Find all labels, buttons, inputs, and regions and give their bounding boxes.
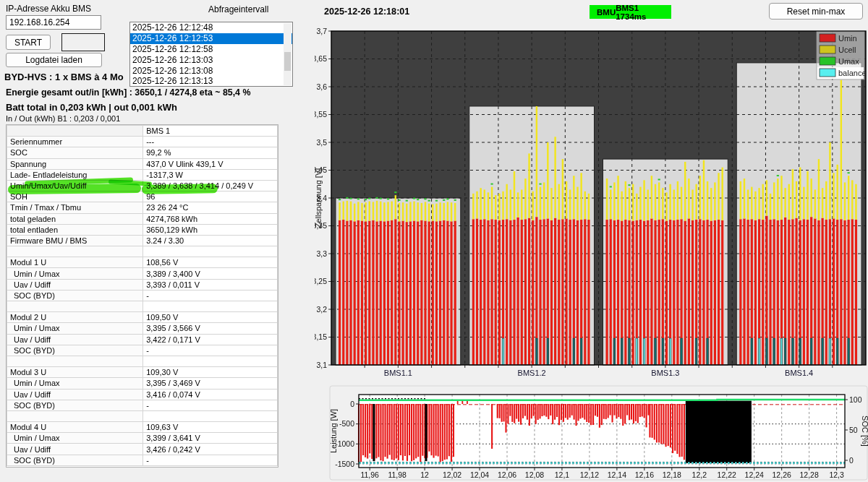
table-row: Uav / Udiff3,393 / 0,011 V — [7, 279, 278, 290]
svg-text:3,5: 3,5 — [316, 138, 327, 147]
bms-data-table: BMS 1Seriennummer---SOC99,2 %Spannung437… — [6, 124, 278, 468]
svg-text:12,24: 12,24 — [745, 470, 764, 479]
reset-minmax-button[interactable]: Reset min-max — [769, 3, 863, 20]
load-logfile-button[interactable]: Logdatei laden — [6, 53, 102, 67]
table-header-row: BMS 1 — [7, 126, 278, 137]
bms-monitor-app: { "left_panel": { "ip_label": "IP-Adress… — [0, 0, 868, 482]
table-row — [7, 356, 278, 366]
svg-text:BMS1.3: BMS1.3 — [651, 369, 679, 377]
svg-text:12,02: 12,02 — [443, 470, 461, 479]
interval-list-item[interactable]: 2025-12-26 12:12:48 — [130, 22, 292, 33]
table-row: Firmware BMU / BMS3.24 / 3.30 — [7, 235, 278, 246]
connection-status-badge: BMU BMS1 1734ms — [590, 5, 671, 19]
current-datetime: 2025-12-26 12:18:01 — [324, 7, 409, 17]
table-row: Spannung437,0 V Ulink 439,1 V — [7, 158, 278, 169]
svg-text:Leistung [W]: Leistung [W] — [329, 409, 338, 453]
table-row: Uav / Udiff3,422 / 0,171 V — [7, 334, 278, 345]
energy-total-text: Energie gesamt out/in [kWh] : 3650,1 / 4… — [6, 87, 250, 98]
svg-text:12,14: 12,14 — [608, 470, 626, 479]
svg-text:SOC [%]: SOC [%] — [861, 416, 868, 447]
svg-text:12: 12 — [420, 470, 429, 479]
table-row: Tmin / Tmax / Tbmu23 26 24 °C — [7, 202, 278, 213]
table-row: total entladen3650,129 kWh — [7, 224, 278, 235]
svg-text:3,6: 3,6 — [316, 82, 327, 91]
svg-text:12,2: 12,2 — [692, 470, 707, 479]
svg-text:0: 0 — [849, 456, 854, 465]
svg-text:12,3: 12,3 — [829, 470, 844, 479]
table-row: Modul 1 U108,56 V — [7, 257, 278, 268]
svg-text:11,96: 11,96 — [360, 470, 379, 479]
svg-text:12,12: 12,12 — [580, 470, 599, 479]
cell-voltage-chart: 3,73,653,63,553,53,453,43,353,33,253,23,… — [315, 22, 868, 383]
svg-text:0: 0 — [350, 400, 354, 408]
svg-text:Ucell: Ucell — [838, 46, 856, 54]
table-row — [7, 246, 278, 257]
svg-text:3,2: 3,2 — [316, 305, 327, 314]
table-row: SOC (BYD)- — [7, 290, 278, 301]
svg-text:50: 50 — [849, 426, 858, 434]
svg-text:-500: -500 — [339, 419, 354, 428]
svg-text:12,04: 12,04 — [470, 470, 489, 479]
table-row: Modul 2 U109,50 V — [7, 312, 278, 323]
svg-text:BMS1.1: BMS1.1 — [384, 369, 412, 377]
svg-text:3,7: 3,7 — [316, 27, 327, 35]
svg-text:-1000: -1000 — [335, 439, 354, 448]
table-row: SOC (BYD)- — [7, 455, 278, 465]
table-row: Umin / Umax3,395 / 3,566 V — [7, 323, 278, 334]
svg-text:12,08: 12,08 — [525, 470, 544, 479]
table-row: Umin / Umax3,395 / 3,469 V — [7, 378, 278, 389]
svg-text:3,1: 3,1 — [316, 361, 327, 369]
table-row: Umin / Umax3,389 / 3,400 V — [7, 268, 278, 279]
table-row: Lade- Entladeleistung-1317,3 W — [7, 169, 278, 180]
interval-label: Abfrageintervall — [208, 4, 268, 14]
svg-text:Umin: Umin — [838, 34, 857, 43]
ip-address-input[interactable]: 192.168.16.254 — [6, 15, 101, 30]
status-indicator-box — [61, 33, 105, 51]
interval-list-item[interactable]: 2025-12-26 12:13:13 — [130, 76, 292, 87]
table-row: Uav / Udiff3,426 / 0,242 V — [7, 444, 278, 455]
table-row: Umin / Umax3,399 / 3,641 V — [7, 433, 278, 444]
svg-text:12,18: 12,18 — [663, 470, 681, 479]
interval-list-item[interactable]: 2025-12-26 12:13:08 — [130, 66, 292, 77]
svg-text:12,28: 12,28 — [800, 470, 819, 479]
svg-text:12,06: 12,06 — [498, 470, 516, 479]
svg-text:11,98: 11,98 — [388, 470, 407, 479]
svg-text:12,1: 12,1 — [555, 470, 570, 479]
inout-kwh-text: In / Out (kWh) B1 : 0,203 / 0,001 — [6, 114, 120, 123]
table-row: SOC (BYD)- — [7, 400, 278, 410]
svg-text:Zellspannung [V]: Zellspannung [V] — [315, 168, 323, 228]
interval-list-item[interactable]: 2025-12-26 12:13:03 — [130, 55, 292, 66]
power-soc-chart: 0-500-1000-150010050011,9611,981212,0212… — [329, 385, 868, 482]
listbox-scrollbar-thumb[interactable] — [284, 52, 291, 71]
svg-text:12,16: 12,16 — [635, 470, 654, 479]
interval-listbox[interactable]: 2025-12-26 12:12:482025-12-26 12:12:5320… — [129, 22, 293, 87]
table-row — [7, 410, 278, 421]
table-row: SOC (BYD)- — [7, 345, 278, 356]
table-row: SOC99,2 % — [7, 147, 278, 158]
system-config-text: BYD-HVS : 1 x BMS à 4 Mo — [4, 72, 124, 82]
ip-address-label: IP-Adresse Akku BMS — [6, 4, 91, 14]
interval-list-item[interactable]: 2025-12-26 12:12:58 — [130, 44, 292, 55]
table-row: total geladen4274,768 kWh — [7, 213, 278, 224]
start-button[interactable]: START — [6, 35, 51, 50]
svg-text:12,26: 12,26 — [773, 470, 791, 479]
table-row: Modul 3 U109,30 V — [7, 367, 278, 378]
svg-text:12,22: 12,22 — [718, 470, 736, 479]
batt-total-text: Batt total in 0,203 kWh | out 0,001 kWh — [6, 102, 177, 113]
svg-text:balance: balance — [838, 69, 867, 77]
svg-text:100: 100 — [849, 395, 862, 404]
badge-bmu-label: BMU — [597, 8, 616, 17]
svg-text:Umax: Umax — [838, 57, 859, 66]
table-row: Uav / Udiff3,416 / 0,074 V — [7, 389, 278, 400]
svg-text:3,15: 3,15 — [315, 332, 327, 341]
svg-text:3,55: 3,55 — [315, 110, 327, 119]
table-row: Modul 4 U109,63 V — [7, 422, 278, 433]
listbox-scrollbar[interactable] — [284, 23, 292, 85]
table-row: Seriennummer--- — [7, 137, 278, 147]
badge-bms-label: BMS1 1734ms — [616, 4, 664, 21]
svg-text:-1500: -1500 — [335, 460, 354, 468]
interval-list-item[interactable]: 2025-12-26 12:12:53 — [130, 33, 292, 44]
svg-text:3,3: 3,3 — [316, 249, 327, 258]
svg-text:BMS1.4: BMS1.4 — [785, 369, 813, 377]
svg-text:BMS1.2: BMS1.2 — [518, 369, 546, 377]
